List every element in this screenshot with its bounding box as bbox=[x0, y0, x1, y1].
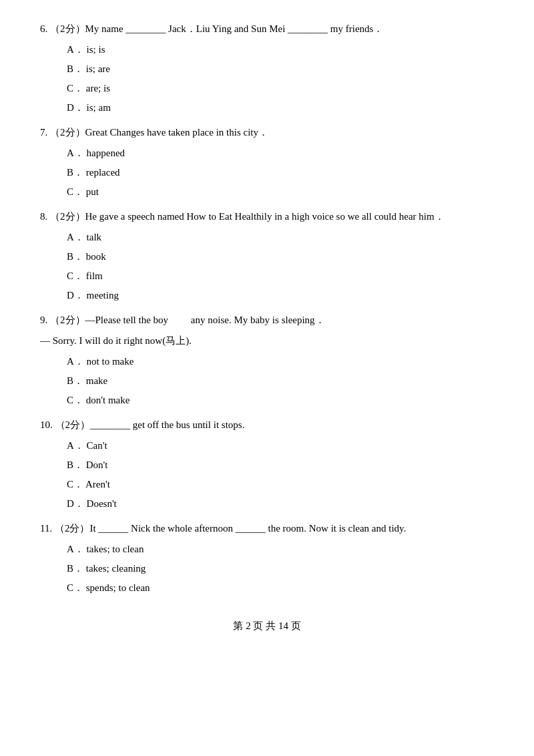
q8-option-a-label: A． bbox=[67, 232, 84, 242]
q9-option-a: A． not to make bbox=[67, 353, 494, 371]
question-7: 7. （2分）Great Changes have taken place in… bbox=[40, 124, 494, 201]
q9-option-b-label: B． bbox=[67, 375, 83, 386]
q10-option-a-label: A． bbox=[67, 440, 84, 451]
q6-option-d-text: is; am bbox=[87, 102, 111, 113]
q7-option-b-label: B． bbox=[67, 167, 83, 178]
q11-option-c-text: spends; to clean bbox=[86, 582, 150, 593]
question-11-text: 11. （2分）It ______ Nick the whole afterno… bbox=[40, 520, 494, 538]
q10-option-b-text: Don't bbox=[86, 459, 108, 470]
q11-option-a-label: A． bbox=[67, 544, 84, 554]
question-7-text: 7. （2分）Great Changes have taken place in… bbox=[40, 124, 494, 142]
q8-option-c: C． film bbox=[67, 267, 494, 285]
q7-option-b: B． replaced bbox=[67, 164, 494, 182]
q6-option-d-label: D． bbox=[67, 102, 84, 113]
q7-option-b-text: replaced bbox=[86, 167, 120, 178]
q8-option-a-text: talk bbox=[87, 232, 102, 242]
page-number: 第 2 页 共 14 页 bbox=[233, 620, 300, 631]
q10-option-c-label: C． bbox=[67, 479, 83, 490]
q11-option-c-label: C． bbox=[67, 582, 83, 593]
q9-option-c: C． don't make bbox=[67, 391, 494, 409]
q8-option-b: B． book bbox=[67, 248, 494, 266]
q11-option-c: C． spends; to clean bbox=[67, 579, 494, 597]
q8-body: （2分）He gave a speech named How to Eat He… bbox=[50, 211, 445, 222]
question-9-text: 9. （2分）—Please tell the boy any noise. M… bbox=[40, 311, 494, 329]
q11-option-a-text: takes; to clean bbox=[87, 544, 144, 554]
page-footer: 第 2 页 共 14 页 bbox=[40, 617, 494, 635]
question-6-text: 6. （2分）My name ________ Jack．Liu Ying an… bbox=[40, 20, 494, 38]
q6-option-a-label: A． bbox=[67, 44, 84, 55]
q10-option-d-label: D． bbox=[67, 498, 84, 509]
q6-number: 6. bbox=[40, 23, 47, 34]
q6-option-c: C． are; is bbox=[67, 79, 494, 98]
q6-option-a-text: is; is bbox=[87, 44, 105, 55]
q9-body: （2分）—Please tell the boy any noise. My b… bbox=[50, 315, 325, 325]
question-10: 10. （2分）________ get off the bus until i… bbox=[40, 416, 494, 513]
question-8: 8. （2分）He gave a speech named How to Eat… bbox=[40, 208, 494, 305]
q7-number: 7. bbox=[40, 127, 47, 138]
q11-option-b-text: takes; cleaning bbox=[86, 563, 146, 574]
q9-option-b-text: make bbox=[86, 375, 107, 386]
q6-option-a: A． is; is bbox=[67, 41, 494, 59]
q11-option-b-label: B． bbox=[67, 563, 83, 574]
q6-option-b-text: is; are bbox=[86, 63, 110, 74]
q10-body: （2分）________ get off the bus until it st… bbox=[55, 419, 245, 430]
q6-option-c-label: C． bbox=[67, 83, 83, 93]
q9-option-a-label: A． bbox=[67, 356, 84, 367]
q7-option-a: A． happened bbox=[67, 144, 494, 162]
q10-option-c: C． Aren't bbox=[67, 476, 494, 494]
q6-option-d: D． is; am bbox=[67, 99, 494, 117]
q10-number: 10. bbox=[40, 419, 53, 430]
q11-number: 11. bbox=[40, 523, 52, 534]
q7-option-c-label: C． bbox=[67, 186, 83, 197]
q10-option-d: D． Doesn't bbox=[67, 495, 494, 513]
q8-option-b-text: book bbox=[86, 251, 106, 262]
q10-option-a-text: Can't bbox=[87, 440, 107, 451]
q8-option-a: A． talk bbox=[67, 228, 494, 246]
q6-option-b-label: B． bbox=[67, 63, 83, 74]
question-8-text: 8. （2分）He gave a speech named How to Eat… bbox=[40, 208, 494, 226]
q9-number: 9. bbox=[40, 315, 47, 325]
question-10-text: 10. （2分）________ get off the bus until i… bbox=[40, 416, 494, 434]
q6-option-b: B． is; are bbox=[67, 60, 494, 78]
q6-body: （2分）My name ________ Jack．Liu Ying and S… bbox=[50, 23, 383, 34]
q8-option-b-label: B． bbox=[67, 251, 83, 262]
question-9-continuation: — Sorry. I will do it right now(马上). bbox=[40, 332, 494, 350]
q10-option-b-label: B． bbox=[67, 459, 83, 470]
q10-option-d-text: Doesn't bbox=[87, 498, 117, 509]
q9-continuation-text: — Sorry. I will do it right now(马上). bbox=[40, 335, 192, 346]
q7-option-a-label: A． bbox=[67, 148, 84, 158]
q8-option-d-label: D． bbox=[67, 290, 84, 301]
q9-option-a-text: not to make bbox=[87, 356, 134, 367]
q8-number: 8. bbox=[40, 211, 47, 222]
q9-option-c-label: C． bbox=[67, 395, 83, 405]
q10-option-c-text: Aren't bbox=[85, 479, 110, 490]
q7-option-a-text: happened bbox=[87, 148, 125, 158]
question-6: 6. （2分）My name ________ Jack．Liu Ying an… bbox=[40, 20, 494, 117]
q9-option-c-text: don't make bbox=[86, 395, 130, 405]
q11-option-a: A． takes; to clean bbox=[67, 540, 494, 558]
exam-content: 6. （2分）My name ________ Jack．Liu Ying an… bbox=[40, 20, 494, 635]
q11-body: （2分）It ______ Nick the whole afternoon _… bbox=[55, 523, 406, 534]
q10-option-b: B． Don't bbox=[67, 456, 494, 474]
q8-option-c-text: film bbox=[86, 270, 103, 281]
q10-option-a: A． Can't bbox=[67, 437, 494, 455]
q7-option-c: C． put bbox=[67, 183, 494, 201]
q7-body: （2分）Great Changes have taken place in th… bbox=[50, 127, 268, 138]
q8-option-d: D． meeting bbox=[67, 287, 494, 305]
question-9: 9. （2分）—Please tell the boy any noise. M… bbox=[40, 311, 494, 409]
q8-option-d-text: meeting bbox=[87, 290, 119, 301]
question-11: 11. （2分）It ______ Nick the whole afterno… bbox=[40, 520, 494, 597]
q7-option-c-text: put bbox=[86, 186, 99, 197]
q9-option-b: B． make bbox=[67, 372, 494, 390]
q6-option-c-text: are; is bbox=[86, 83, 110, 93]
q11-option-b: B． takes; cleaning bbox=[67, 560, 494, 578]
q8-option-c-label: C． bbox=[67, 270, 83, 281]
